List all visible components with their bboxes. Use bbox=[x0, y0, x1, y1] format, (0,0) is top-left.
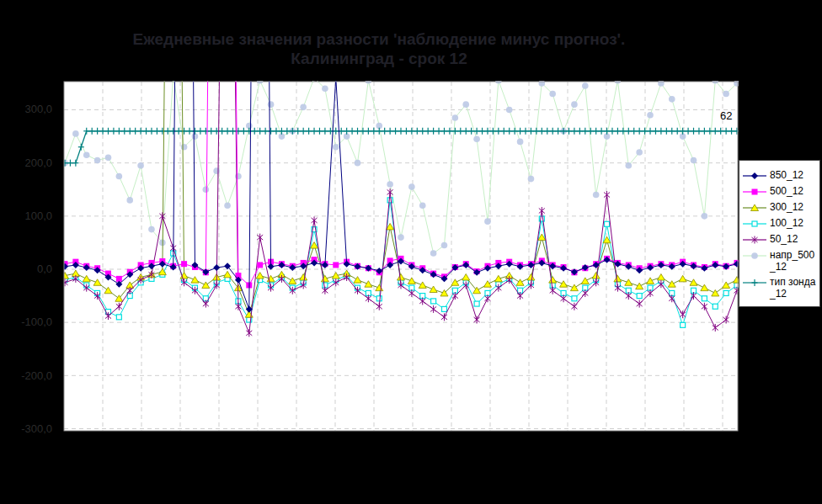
legend: 850_12 500_12 300_12 100_12 50_12 напр_5… bbox=[739, 160, 820, 307]
legend-label: 100_12 bbox=[770, 217, 803, 229]
legend-item-50-12: 50_12 bbox=[742, 233, 817, 246]
legend-marker-asterisk-icon bbox=[742, 234, 767, 246]
legend-label: тип зонда_12 bbox=[770, 276, 817, 300]
y-axis-label: 0,0 bbox=[0, 263, 52, 275]
chart-window: Ежедневные значения разности 'наблюдение… bbox=[0, 0, 822, 504]
legend-marker-circle-icon bbox=[742, 250, 767, 262]
legend-item-500-12: 500_12 bbox=[742, 185, 817, 198]
legend-marker-square-icon bbox=[742, 186, 767, 198]
legend-item-300-12: 300_12 bbox=[742, 201, 817, 214]
y-axis-label: -200,0 bbox=[0, 369, 52, 382]
legend-item-napr-500-12: напр_500_12 bbox=[742, 249, 817, 273]
legend-label: 850_12 bbox=[770, 169, 803, 181]
legend-marker-open-square-icon bbox=[742, 218, 767, 230]
legend-label: 50_12 bbox=[770, 233, 798, 245]
legend-marker-triangle-icon bbox=[742, 202, 767, 214]
legend-marker-plus-icon bbox=[742, 277, 767, 289]
legend-item-850-12: 850_12 bbox=[742, 169, 817, 182]
y-axis-label: 100,0 bbox=[0, 210, 52, 222]
legend-label: 300_12 bbox=[770, 201, 803, 213]
y-axis-label: 300,0 bbox=[0, 103, 52, 115]
legend-marker-diamond-icon bbox=[742, 170, 767, 182]
y-axis-label: 200,0 bbox=[0, 157, 52, 169]
chart-plot-area: 62 bbox=[0, 0, 822, 504]
legend-label: напр_500_12 bbox=[770, 249, 817, 273]
legend-item-100-12: 100_12 bbox=[742, 217, 817, 230]
legend-item-tip-zonda-12: тип зонда_12 bbox=[742, 276, 817, 300]
y-axis-label: -300,0 bbox=[0, 422, 52, 435]
series-end-data-label: 62 bbox=[720, 109, 732, 122]
legend-label: 500_12 bbox=[770, 185, 803, 197]
y-axis-label: -100,0 bbox=[0, 316, 52, 328]
